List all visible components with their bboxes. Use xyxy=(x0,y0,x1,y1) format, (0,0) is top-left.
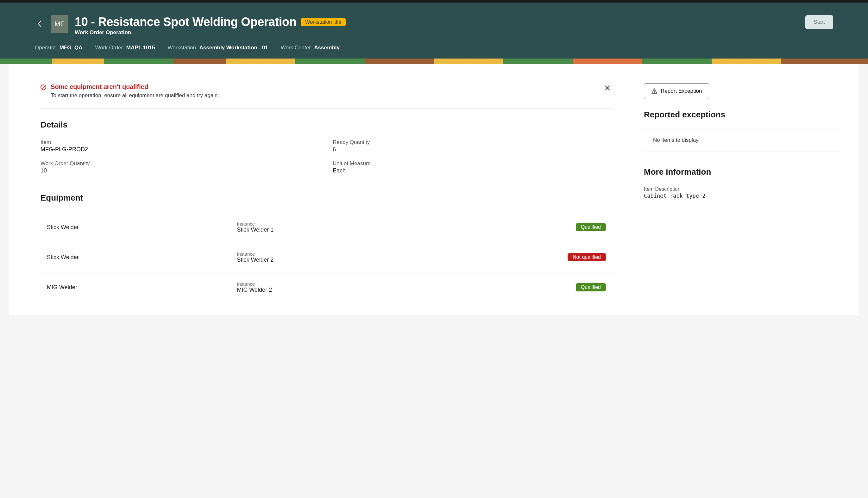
equipment-instance-value: Stick Welder 1 xyxy=(237,226,552,233)
detail-ready-qty-value: 6 xyxy=(333,146,612,153)
alert-close-button[interactable] xyxy=(603,83,612,94)
equipment-heading: Equipment xyxy=(40,193,612,203)
meta-row: Operator MFG_QA Work Order MAP1-1015 Wor… xyxy=(35,44,833,51)
equipment-row: Stick WelderInstanceStick Welder 1Qualif… xyxy=(40,212,612,243)
error-icon xyxy=(40,84,46,91)
detail-uom-value: Each xyxy=(333,167,612,174)
report-exception-label: Report Exception xyxy=(661,88,702,94)
meta-workstation: Workstation Assembly Workstation - 01 xyxy=(168,44,268,51)
reported-exceptions-heading: Reported exceptions xyxy=(644,110,840,120)
equipment-row: MIG WelderInstanceMIG Welder 2Qualified xyxy=(40,272,612,302)
title-row: 10 - Resistance Spot Welding Operation W… xyxy=(75,15,799,29)
alert-title: Some equipment aren't qualified xyxy=(51,83,598,91)
item-description-value: Cabinet rack type 2 xyxy=(644,193,840,199)
status-badge: Qualified xyxy=(576,283,606,291)
detail-ready-qty: Ready Quantity 6 xyxy=(333,139,612,153)
detail-item-value: MFG-PLG-PROD2 xyxy=(40,146,320,153)
meta-work-order-label: Work Order xyxy=(95,44,123,51)
app-root: MF 10 - Resistance Spot Welding Operatio… xyxy=(0,2,868,498)
equipment-name: MIG Welder xyxy=(47,284,237,291)
more-information-heading: More information xyxy=(644,167,840,177)
workstation-status-badge: Workstation idle xyxy=(301,18,346,26)
report-exception-button[interactable]: Report Exception xyxy=(644,83,709,99)
avatar: MF xyxy=(51,15,68,33)
alert-banner: Some equipment aren't qualified To start… xyxy=(40,83,612,108)
alert-body: Some equipment aren't qualified To start… xyxy=(51,83,598,99)
header-top-row: MF 10 - Resistance Spot Welding Operatio… xyxy=(35,15,833,36)
equipment-name: Stick Welder xyxy=(47,224,237,231)
page-header: MF 10 - Resistance Spot Welding Operatio… xyxy=(0,2,868,58)
meta-work-center-label: Work Center xyxy=(281,44,311,51)
status-badge: Not qualified xyxy=(568,253,606,261)
equipment-status: Qualified xyxy=(552,283,606,291)
equipment-list: Stick WelderInstanceStick Welder 1Qualif… xyxy=(40,212,612,302)
equipment-row: Stick WelderInstanceStick Welder 2Not qu… xyxy=(40,243,612,272)
equipment-instance-value: Stick Welder 2 xyxy=(237,257,552,263)
svg-point-5 xyxy=(654,92,655,93)
title-block: 10 - Resistance Spot Welding Operation W… xyxy=(75,15,799,36)
equipment-status: Not qualified xyxy=(552,253,606,261)
details-grid: Item MFG-PLG-PROD2 Ready Quantity 6 Work… xyxy=(40,139,612,174)
meta-work-center-value: Assembly xyxy=(314,44,340,51)
detail-uom: Unit of Measure Each xyxy=(333,160,612,174)
equipment-instance: InstanceStick Welder 1 xyxy=(237,221,552,233)
item-description-label: Item Description xyxy=(644,186,840,192)
back-button[interactable] xyxy=(35,18,44,30)
equipment-instance-label: Instance xyxy=(237,251,552,257)
meta-work-order-value: MAP1-1015 xyxy=(126,44,155,51)
equipment-instance: InstanceStick Welder 2 xyxy=(237,251,552,263)
equipment-instance-value: MIG Welder 2 xyxy=(237,287,552,293)
detail-uom-label: Unit of Measure xyxy=(333,160,612,167)
meta-operator-label: Operator xyxy=(35,44,56,51)
meta-work-order: Work Order MAP1-1015 xyxy=(95,44,155,51)
meta-work-center: Work Center Assembly xyxy=(281,44,340,51)
details-heading: Details xyxy=(40,120,612,130)
close-icon xyxy=(604,84,611,91)
equipment-status: Qualified xyxy=(552,223,606,231)
equipment-instance-label: Instance xyxy=(237,221,552,226)
svg-line-1 xyxy=(42,86,44,89)
side-panel: Report Exception Reported exceptions No … xyxy=(631,64,859,315)
content-area: Some equipment aren't qualified To start… xyxy=(9,64,859,315)
detail-wo-qty-label: Work Order Quantity xyxy=(40,160,320,167)
warning-icon xyxy=(651,88,658,94)
detail-wo-qty: Work Order Quantity 10 xyxy=(40,160,320,174)
chevron-left-icon xyxy=(37,20,42,27)
equipment-instance-label: Instance xyxy=(237,281,552,287)
page-subtitle: Work Order Operation xyxy=(75,29,799,36)
main-panel: Some equipment aren't qualified To start… xyxy=(9,64,631,315)
meta-workstation-label: Workstation xyxy=(168,44,196,51)
alert-text: To start the operation, ensure all equip… xyxy=(51,92,598,99)
reported-exceptions-empty: No items to display. xyxy=(644,129,840,151)
detail-item-label: Item xyxy=(40,139,320,146)
meta-operator-value: MFG_QA xyxy=(60,44,82,51)
meta-workstation-value: Assembly Workstation - 01 xyxy=(199,44,268,51)
status-badge: Qualified xyxy=(576,223,606,231)
detail-wo-qty-value: 10 xyxy=(40,167,320,174)
item-description: Item Description Cabinet rack type 2 xyxy=(644,186,840,199)
detail-ready-qty-label: Ready Quantity xyxy=(333,139,612,146)
equipment-instance: InstanceMIG Welder 2 xyxy=(237,281,552,293)
meta-operator: Operator MFG_QA xyxy=(35,44,82,51)
equipment-name: Stick Welder xyxy=(47,254,237,261)
start-button[interactable]: Start xyxy=(805,15,833,29)
detail-item: Item MFG-PLG-PROD2 xyxy=(40,139,320,153)
decorative-strip xyxy=(0,58,868,64)
page-title: 10 - Resistance Spot Welding Operation xyxy=(75,15,296,29)
